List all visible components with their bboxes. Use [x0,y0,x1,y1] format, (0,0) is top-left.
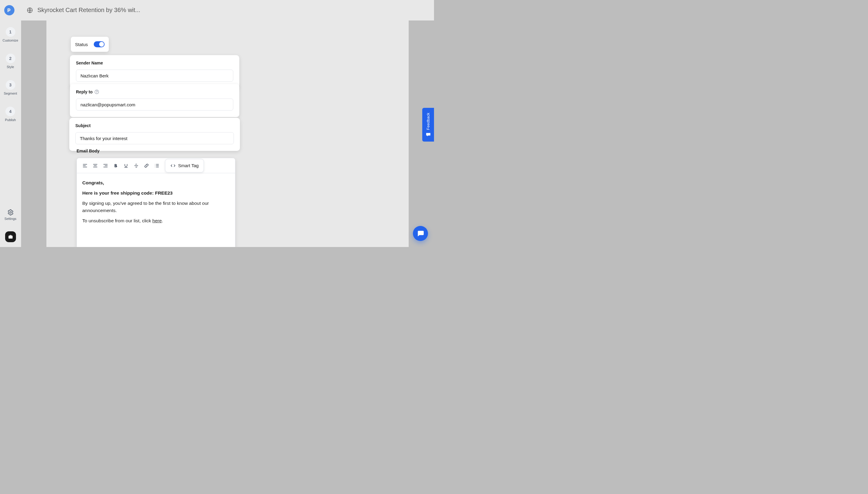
chat-fab[interactable] [413,226,428,241]
feedback-tab[interactable]: Feedback [422,108,434,141]
step-number: 2 [6,54,15,63]
settings-button[interactable]: Settings [4,209,17,221]
step-customize[interactable]: 1 Customize [3,27,18,42]
reply-to-input[interactable] [76,98,233,111]
link-icon [144,163,149,168]
reply-to-card: Reply to ? [70,84,239,117]
email-body-editor: Smart Tag Congrats, Here is your free sh… [77,158,235,247]
sidebar: 1 Customize 2 Style 3 Segment 4 Publish … [0,20,21,247]
list-button[interactable] [152,161,161,170]
step-label: Customize [3,39,18,42]
bold-icon [113,163,118,168]
globe-icon[interactable] [26,7,33,14]
align-left-icon [82,163,88,168]
align-right-icon [103,163,108,168]
step-number: 4 [5,107,15,116]
align-center-icon [93,163,98,168]
unsubscribe-link[interactable]: here [152,218,162,223]
settings-label: Settings [4,217,17,221]
sender-name-label: Sender Name [76,60,233,65]
body-line-4: To unsubscribe from our list, click here… [82,217,230,224]
underline-icon [123,163,129,168]
topbar: Skyrocket Cart Retention by 36% wit... [0,0,434,20]
body-line-4-pre: To unsubscribe from our list, click [82,218,152,223]
strikethrough-icon [133,163,139,168]
page-title: Skyrocket Cart Retention by 36% wit... [37,7,140,14]
code-icon [170,163,176,168]
align-left-button[interactable] [80,161,90,170]
step-label: Publish [5,118,16,122]
step-label: Segment [4,92,17,95]
body-line-2: Here is your free shipping code: FREE23 [82,189,230,197]
step-label: Style [7,65,14,69]
editor-content[interactable]: Congrats, Here is your free shipping cod… [77,173,235,233]
step-style[interactable]: 2 Style [6,54,15,69]
sender-name-card: Sender Name [70,55,239,88]
email-body-label: Email Body [77,149,99,153]
bold-button[interactable] [111,161,120,170]
link-button[interactable] [142,161,151,170]
subject-label: Subject [75,123,234,128]
align-right-button[interactable] [101,161,110,170]
subject-input[interactable] [75,132,234,144]
status-card: Status [71,37,109,52]
smart-tag-button[interactable]: Smart Tag [165,159,204,173]
svg-point-1 [10,211,12,213]
step-segment[interactable]: 3 Segment [4,80,17,95]
feedback-label: Feedback [426,113,430,130]
feedback-icon [426,133,431,137]
body-line-1: Congrats, [82,179,230,187]
status-toggle[interactable] [94,41,105,47]
subject-card: Subject [69,118,240,151]
underline-button[interactable] [122,161,130,170]
body-line-3: By signing up, you've agreed to be the f… [82,200,230,214]
reply-to-label-text: Reply to [76,90,93,94]
status-label: Status [75,42,88,47]
align-center-button[interactable] [91,161,100,170]
brand-logo-icon [7,7,12,13]
sender-name-input[interactable] [76,70,233,82]
body-line-4-post: . [162,218,163,223]
step-publish[interactable]: 4 Publish [5,107,16,122]
step-number: 1 [6,27,15,37]
smart-tag-label: Smart Tag [178,163,199,168]
reply-to-label: Reply to ? [76,90,233,94]
gear-icon [7,209,14,216]
briefcase-icon [8,234,13,240]
editor-toolbar: Smart Tag [77,158,235,173]
step-number: 3 [6,80,15,90]
briefcase-button[interactable] [5,231,16,242]
brand-logo[interactable] [4,5,15,15]
workspace: Status Sender Name Reply to ? Subject Em… [21,20,434,247]
strikethrough-button[interactable] [132,161,141,170]
chat-icon [417,230,424,238]
help-icon[interactable]: ? [94,90,99,94]
list-icon [154,163,160,168]
svg-text:?: ? [96,90,98,94]
